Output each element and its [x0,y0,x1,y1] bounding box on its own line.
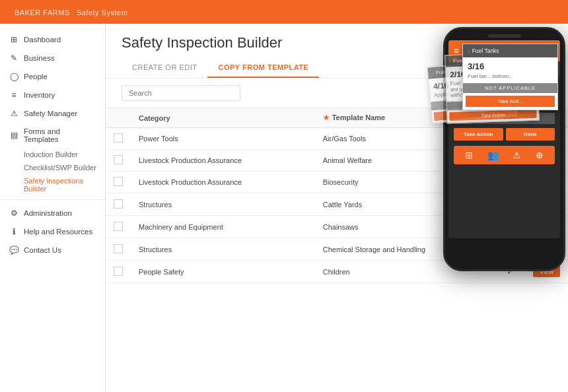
sidebar-label-business: Business [24,54,55,62]
row-checkbox[interactable] [114,222,123,231]
tab-create-edit[interactable]: CREATE OR EDIT [122,58,207,78]
sidebar-item-contact[interactable]: 💬 Contact Us [0,241,105,259]
sidebar-label-admin: Administration [24,209,72,217]
inventory-icon: ≡ [9,90,18,100]
phone-speaker [488,34,521,38]
people-icon: ◯ [9,72,18,81]
sidebar-label-dashboard: Dashboard [24,36,61,44]
phone-farm-name: Watervalley Farm [475,46,532,55]
contact-icon: 💬 [9,245,18,255]
phone-take-action-button[interactable]: Take Action [454,128,503,141]
row-checkbox[interactable] [114,133,123,143]
safety-icon: ⚠ [9,109,18,118]
sidebar-item-forms[interactable]: ▤ Forms and Templates [0,123,105,148]
help-icon: ℹ [9,227,18,236]
sidebar-label-help: Help and Resources [24,228,92,236]
row-checkbox[interactable] [114,177,123,186]
sidebar-sub-induction[interactable]: Induction Builder [0,148,105,161]
sidebar-item-business[interactable]: ✎ Business [0,49,105,67]
sidebar-divider [0,199,105,200]
phone-content: 1/16 Diesel and petrol is stored in appr… [448,76,560,170]
phone-warning-icon[interactable]: ⚠ [513,150,521,160]
sidebar-label-inventory: Inventory [24,91,55,99]
business-icon: ✎ [9,53,18,63]
top-header: BAKER FARMS Safety System [0,0,568,24]
row-category: People Safety [131,261,315,283]
tab-copy-template[interactable]: COPY FROM TEMPLATE [207,58,319,78]
row-category: Machinery and Equipment [131,216,315,238]
dashboard-icon: ⊞ [9,35,18,44]
phone-people-icon[interactable]: 👥 [487,150,499,160]
sidebar-label-safety: Safety Manager [24,110,77,117]
row-category: Structures [131,193,315,216]
phone-shell: ≡ Watervalley Farm ⚙ ‹ Fuel Tanks [443,27,565,271]
sidebar-item-admin[interactable]: ⚙ Administration [0,204,105,222]
phone-done-button[interactable]: Done [506,128,555,141]
row-category: Livestock Production Assurance [131,172,315,193]
phone-bottom-toolbar: ⊞ 👥 ⚠ ⊕ [454,146,555,164]
main-content: Safety Inspection Builder CREATE OR EDIT… [106,24,568,392]
sidebar-sub-checklist[interactable]: Checklist/SWP Builder [0,161,105,174]
phone-settings-icon[interactable]: ⚙ [548,46,555,55]
sidebar-label-people: People [24,73,48,81]
sidebar-label-contact: Contact Us [24,246,61,254]
phone-nav-bar: ‹ Fuel Tanks [448,61,560,76]
phone-screen: ≡ Watervalley Farm ⚙ ‹ Fuel Tanks [448,40,560,238]
sidebar-sub-inspections[interactable]: Safety Inspections Builder [0,174,105,195]
app-container: BAKER FARMS Safety System ⊞ Dashboard ✎ … [0,0,568,392]
sidebar-label-forms: Forms and Templates [24,127,96,143]
sidebar-item-people[interactable]: ◯ People [0,67,105,86]
search-input[interactable] [122,85,240,101]
col-checkbox [106,108,131,128]
row-category: Livestock Production Assurance [131,150,315,172]
row-checkbox[interactable] [114,267,123,276]
row-category: Power Tools [131,128,315,150]
row-category: Structures [131,238,315,261]
phone-nav-title: Fuel Tanks [457,65,485,72]
sidebar: ⊞ Dashboard ✎ Business ◯ People ≡ Invent… [0,24,106,392]
sidebar-item-help[interactable]: ℹ Help and Resources [0,222,105,241]
phone-top-bar: ≡ Watervalley Farm ⚙ [448,40,560,61]
sidebar-item-inventory[interactable]: ≡ Inventory [0,86,105,104]
phone-description: Diesel and petrol is stored in approved … [454,92,555,106]
sidebar-item-safety-manager[interactable]: ⚠ Safety Manager [0,104,105,123]
phone-add-icon[interactable]: ⊕ [536,150,544,160]
row-checkbox[interactable] [114,199,123,209]
phone-menu-icon[interactable]: ≡ [454,46,459,56]
col-category: Category [131,108,315,128]
phone-counter: 1/16 [454,81,555,89]
body-layout: ⊞ Dashboard ✎ Business ◯ People ≡ Invent… [0,24,568,392]
phone-status-badge: NOT APPLICABLE [454,113,555,124]
phone-device: ≡ Watervalley Farm ⚙ ‹ Fuel Tanks [443,27,565,271]
brand-subtitle: Safety System [77,9,127,16]
brand-text: BAKER FARMS [15,9,70,16]
brand-name: BAKER FARMS Safety System [11,7,127,17]
admin-icon: ⚙ [9,209,18,218]
forms-icon: ▤ [9,131,18,140]
row-checkbox[interactable] [114,244,123,253]
phone-qr-icon[interactable]: ⊞ [465,150,473,160]
sidebar-item-dashboard[interactable]: ⊞ Dashboard [0,30,105,49]
back-arrow-icon[interactable]: ‹ [452,65,454,73]
row-checkbox[interactable] [114,155,123,164]
phone-action-buttons: Take Action Done [454,128,555,141]
